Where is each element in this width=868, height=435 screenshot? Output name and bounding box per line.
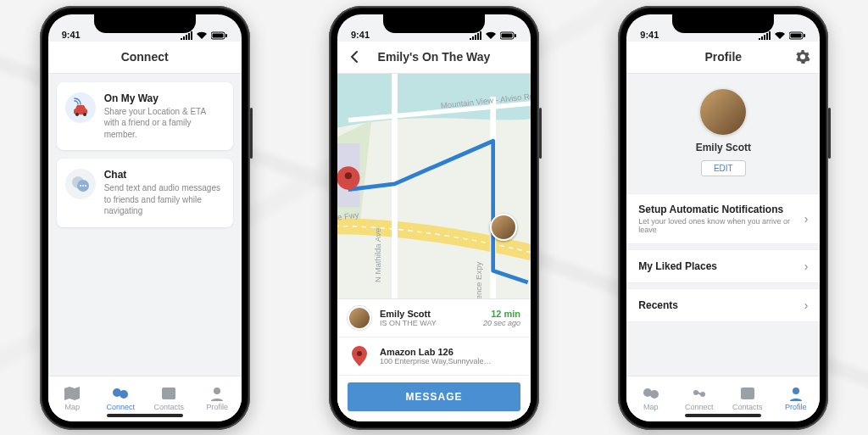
tab-label: Contacts [732,403,763,411]
car-broadcast-icon [65,92,96,123]
person-name: Emily Scott [380,309,475,319]
chevron-right-icon: › [804,259,809,273]
svg-point-21 [345,172,352,179]
profile-head: Emily Scott EDIT [626,74,820,188]
card-desc: Send text and audio messages to friends … [104,182,223,217]
card-on-my-way[interactable]: On My Way Share your Location & ETA with… [57,82,233,151]
svg-point-8 [80,185,81,187]
avatar[interactable] [700,89,746,135]
user-location-avatar [490,214,517,241]
tracking-panel: Emily Scott IS ON THE WAY 12 min 20 sec … [337,298,531,421]
chevron-right-icon: › [804,212,809,226]
tab-label: Connect [685,403,714,411]
card-desc: Share your Location & ETA with a friend … [104,106,223,141]
svg-point-4 [75,113,79,116]
header: Profile [626,42,820,74]
svg-point-15 [214,388,220,394]
status-icons [181,31,228,40]
gear-icon [795,49,810,64]
chevron-right-icon: › [804,298,809,312]
phone-tracking: 9:41 Emily's On The Way [329,6,539,430]
chat-bubbles-icon [65,169,96,199]
status-time: 9:41 [640,30,659,40]
svg-point-22 [357,351,362,356]
svg-rect-13 [162,388,175,399]
svg-point-11 [114,390,120,395]
svg-rect-1 [212,33,223,37]
svg-rect-25 [804,34,805,37]
tab-map[interactable]: Map [626,376,675,421]
home-indicator[interactable] [107,414,183,417]
avatar [348,306,371,330]
tab-label: Map [643,403,659,411]
map-street: N Mathilda Ave [373,227,382,282]
pin-icon [348,344,371,368]
settings-button[interactable] [786,42,820,73]
card-title: Chat [104,169,223,181]
tab-label: Connect [106,403,135,411]
home-indicator[interactable] [396,414,472,417]
content: On My Way Share your Location & ETA with… [48,74,242,376]
destination-pin-icon [337,166,360,189]
tab-profile[interactable]: Profile [771,376,820,421]
content: Emily Scott EDIT Setup Automatic Notific… [626,74,820,376]
message-button[interactable]: MESSAGE [348,382,520,411]
tab-label: Map [64,403,80,411]
phone-connect: 9:41 Connect [40,6,250,430]
back-button[interactable] [337,42,371,73]
edit-button[interactable]: EDIT [701,160,746,176]
svg-point-31 [744,391,748,394]
tab-profile[interactable]: Profile [193,376,242,421]
svg-rect-18 [515,34,516,37]
item-notifications[interactable]: Setup Automatic Notifications Let your l… [626,193,820,244]
item-recents[interactable]: Recents › [626,288,820,322]
updated-ago: 20 sec ago [483,319,520,327]
status-time: 9:41 [351,30,370,40]
notch [94,14,196,33]
status-time: 9:41 [62,30,81,40]
svg-point-32 [793,388,799,394]
svg-rect-17 [501,33,512,37]
phone-profile: 9:41 Profile Emily Scott EDIT [618,6,828,430]
card-chat[interactable]: Chat Send text and audio messages to fri… [57,159,233,227]
person-status: IS ON THE WAY [380,319,475,327]
item-subtitle: Let your loved ones know when you arrive… [638,217,804,234]
card-title: On My Way [104,92,223,104]
tab-label: Contacts [153,403,184,411]
destination-row[interactable]: Amazon Lab 126 100 Enterprise Way,Sunnyv… [337,337,531,376]
item-liked-places[interactable]: My Liked Places › [626,249,820,283]
dest-addr: 100 Enterprise Way,Sunnyvale… [380,357,520,365]
person-row[interactable]: Emily Scott IS ON THE WAY 12 min 20 sec … [337,299,531,337]
svg-point-26 [645,390,650,395]
tab-label: Profile [785,403,807,411]
notch [383,14,485,33]
header-title: Profile [705,50,743,64]
header-title: Emily's On The Way [378,50,491,64]
svg-point-14 [165,391,169,394]
notch [672,14,774,33]
svg-rect-2 [225,34,227,37]
svg-point-10 [85,185,86,187]
status-icons [759,31,806,40]
svg-point-9 [82,185,84,187]
item-title: Recents [638,299,804,311]
message-button-label: MESSAGE [405,391,462,403]
header: Emily's On The Way [337,42,531,74]
profile-name: Emily Scott [696,142,751,153]
status-icons [470,31,517,40]
item-title: My Liked Places [638,260,804,272]
svg-point-12 [121,392,126,397]
header-title: Connect [121,50,169,64]
eta: 12 min [483,309,520,319]
svg-point-27 [652,392,657,397]
svg-rect-30 [741,388,754,399]
svg-rect-24 [791,33,802,37]
tab-label: Profile [206,403,228,411]
dest-name: Amazon Lab 126 [380,347,520,357]
item-title: Setup Automatic Notifications [638,204,804,215]
home-indicator[interactable] [685,414,761,417]
tab-map[interactable]: Map [48,376,97,421]
content: Sunnyvale N Mathilda Ave Innsmore Fwy E … [337,74,531,421]
edit-button-label: EDIT [714,164,733,173]
header: Connect [48,42,242,74]
